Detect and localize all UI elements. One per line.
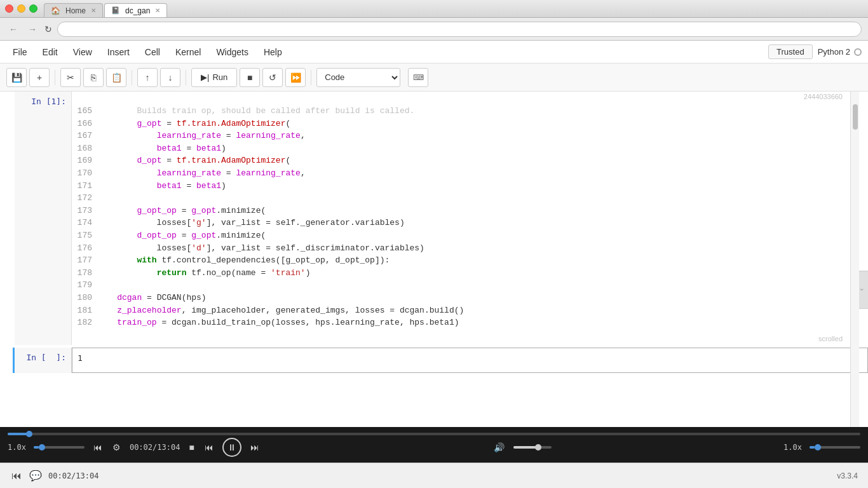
kernel-info: Python 2 xyxy=(818,47,862,57)
code-line-171: 171 beta1 = beta1) xyxy=(72,180,868,193)
maximize-button[interactable] xyxy=(29,4,37,13)
menu-right: Trusted Python 2 xyxy=(768,44,862,59)
empty-cell: In [ ]: 1 xyxy=(13,348,868,373)
minimize-button[interactable] xyxy=(17,4,25,13)
cut-button[interactable]: ✂ xyxy=(60,68,81,87)
code-line-166: 166 g_opt = tf.train.AdamOptimizer( xyxy=(72,118,868,131)
tab-dcgan-label: dc_gan xyxy=(125,6,150,15)
kernel-name: Python 2 xyxy=(818,47,850,57)
status-prev-button[interactable]: ⏮ xyxy=(10,469,23,483)
scrolled-label: scrolled xyxy=(818,335,843,342)
kernel-status-icon xyxy=(854,48,862,56)
tab-home-close[interactable]: ✕ xyxy=(91,7,96,14)
vc-settings[interactable]: ⚙ xyxy=(111,441,122,454)
save-button[interactable]: 💾 xyxy=(6,68,27,87)
code-area: 165 Builds train op, should be called af… xyxy=(72,100,868,335)
code-line-182: 182 train_op = dcgan.build_train_op(loss… xyxy=(72,317,868,330)
run-button[interactable]: ▶| Run xyxy=(191,68,237,87)
menu-view[interactable]: View xyxy=(67,44,98,60)
vc-time: 00:02/13:04 xyxy=(130,443,180,452)
menu-help[interactable]: Help xyxy=(257,44,288,60)
vc-prev[interactable]: ⏮ xyxy=(203,441,215,454)
code-line-175: 175 d_opt_op = g_opt.minimize( xyxy=(72,230,868,243)
menu-kernel[interactable]: Kernel xyxy=(169,44,207,60)
menu-insert[interactable]: Insert xyxy=(101,44,136,60)
move-up-button[interactable]: ↑ xyxy=(137,68,158,87)
vc-next[interactable]: ⏭ xyxy=(249,441,261,454)
code-line-170: 170 learning_rate = learning_rate, xyxy=(72,168,868,180)
add-cell-button[interactable]: + xyxy=(29,68,50,87)
toolbar-sep-2 xyxy=(132,70,132,85)
window-controls xyxy=(5,4,37,13)
video-bar: 1.0x ⏮ ⚙ 00:02/13:04 ■ ⏮ ⏸ ⏭ 🔊 1.0x xyxy=(0,427,868,463)
copy-button[interactable]: ⎘ xyxy=(83,68,104,87)
scrollbar-thumb xyxy=(853,104,858,130)
notebook-scroll[interactable]: In [1]: 2444033660 165 Builds train op, … xyxy=(0,92,868,427)
scrollbar[interactable] xyxy=(850,92,859,427)
code-line-169: 169 d_opt = tf.train.AdamOptimizer( xyxy=(72,155,868,168)
menu-widgets[interactable]: Widgets xyxy=(210,44,255,60)
empty-cell-code[interactable]: 1 xyxy=(72,348,868,373)
tabs-bar: 🏠 Home ✕ 📓 dc_gan ✕ xyxy=(44,0,863,17)
vc-volume-icon[interactable]: 🔊 xyxy=(492,441,506,454)
stop-button[interactable]: ■ xyxy=(240,68,260,87)
toolbar-sep-3 xyxy=(186,70,186,85)
tab-favicon: 🏠 xyxy=(51,6,60,15)
empty-cell-prompt: In [ ]: xyxy=(15,348,72,373)
back-button[interactable]: ← xyxy=(6,23,20,36)
tab-home[interactable]: 🏠 Home ✕ xyxy=(44,3,103,17)
menu-cell[interactable]: Cell xyxy=(139,44,166,60)
toolbar-sep-4 xyxy=(311,70,311,85)
status-speech-button[interactable]: 💬 xyxy=(28,468,43,483)
restart-run-button[interactable]: ⏩ xyxy=(285,68,306,87)
tab-home-label: Home xyxy=(65,6,86,15)
addressbar: ← → ↻ localhost:8888/notebooks/dc_gan.ip… xyxy=(0,18,868,41)
toolbar-sep-1 xyxy=(55,70,55,85)
zoom-left: 1.0x xyxy=(8,443,26,452)
address-input[interactable]: localhost:8888/notebooks/dc_gan.ipynb xyxy=(57,22,862,37)
tab-dcgan-close[interactable]: ✕ xyxy=(155,7,160,14)
status-version: v3.3.4 xyxy=(837,471,858,480)
code-line-177: 177 with tf.control_dependencies([g_opt_… xyxy=(72,255,868,268)
code-line-178: 178 return tf.no_op(name = 'train') xyxy=(72,268,868,280)
menu-edit[interactable]: Edit xyxy=(36,44,64,60)
forward-button[interactable]: → xyxy=(25,23,39,36)
run-icon: ▶| xyxy=(201,72,209,82)
video-controls: 1.0x ⏮ ⚙ 00:02/13:04 ■ ⏮ ⏸ ⏭ 🔊 1.0x xyxy=(8,438,860,457)
code-line-165: 165 Builds train op, should be called af… xyxy=(72,105,868,118)
right-tab-icon: › xyxy=(858,288,865,290)
vc-stop[interactable]: ■ xyxy=(187,441,195,454)
cell-type-select[interactable]: Code Markdown Raw NBConvert xyxy=(316,68,400,87)
notebook-menu: File Edit View Insert Cell Kernel Widget… xyxy=(0,41,868,64)
run-label: Run xyxy=(212,72,227,82)
code-line-167: 167 learning_rate = learning_rate, xyxy=(72,130,868,143)
code-line-172: 172 xyxy=(72,193,868,205)
main-area: In [1]: 2444033660 165 Builds train op, … xyxy=(0,92,868,488)
move-down-button[interactable]: ↓ xyxy=(160,68,180,87)
progress-bar[interactable] xyxy=(8,433,860,435)
close-button[interactable] xyxy=(5,4,13,13)
toolbar: 💾 + ✂ ⎘ 📋 ↑ ↓ ▶| Run ■ ↺ ⏩ Code Markdown… xyxy=(0,64,868,92)
status-bar: ⏮ 💬 00:02/13:04 v3.3.4 xyxy=(0,463,868,488)
reload-button[interactable]: ↻ xyxy=(44,24,52,34)
vc-prev-skip[interactable]: ⏮ xyxy=(92,441,104,454)
code-line-179: 179 xyxy=(72,280,868,292)
restart-button[interactable]: ↺ xyxy=(262,68,283,87)
keyboard-shortcuts-button[interactable]: ⌨ xyxy=(408,68,428,87)
code-block: In [1]: 2444033660 165 Builds train op, … xyxy=(0,92,868,373)
cell-prompt-top: In [1]: xyxy=(31,97,66,106)
titlebar: 🏠 Home ✕ 📓 dc_gan ✕ xyxy=(0,0,868,18)
menu-file[interactable]: File xyxy=(6,44,34,60)
vc-play-button[interactable]: ⏸ xyxy=(222,438,241,457)
zoom-slider-right[interactable] xyxy=(810,446,860,449)
zoom-slider-left[interactable] xyxy=(34,446,85,449)
code-line-174: 174 losses['g'], var_list = self._genera… xyxy=(72,217,868,230)
trusted-button[interactable]: Trusted xyxy=(768,44,813,59)
zoom-right: 1.0x xyxy=(783,443,802,452)
cell-id-indicator: 2444033660 xyxy=(72,92,868,100)
status-time: 00:02/13:04 xyxy=(48,471,98,480)
vc-volume-bar[interactable] xyxy=(513,446,552,449)
paste-button[interactable]: 📋 xyxy=(106,68,126,87)
tab-dcgan[interactable]: 📓 dc_gan ✕ xyxy=(104,3,167,17)
code-line-181: 181 z_placeholder, img_placeholder, gene… xyxy=(72,305,868,318)
